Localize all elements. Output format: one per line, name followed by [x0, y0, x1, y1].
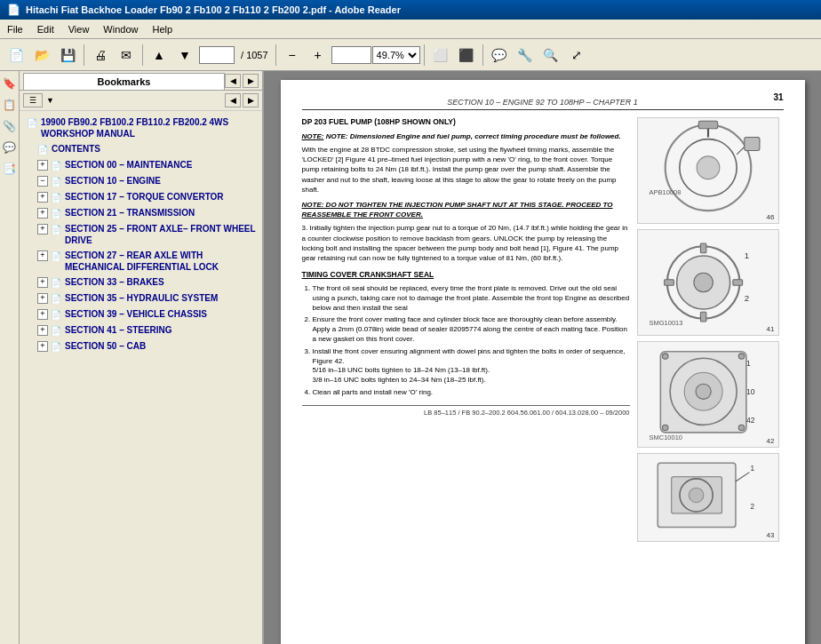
- panel-controls: ☰ ▼ ◀ ▶: [20, 91, 262, 111]
- expand-section35[interactable]: +: [37, 293, 48, 304]
- expand-section50[interactable]: +: [37, 341, 48, 352]
- zoom-in-button[interactable]: +: [306, 43, 331, 68]
- expand-section17[interactable]: +: [37, 192, 48, 203]
- pdf-figure-1: 1 APB10008 46: [637, 117, 779, 224]
- bookmark-section41[interactable]: + 📄 SECTION 41 – STEERING: [20, 322, 262, 338]
- menu-edit[interactable]: Edit: [30, 22, 61, 36]
- bookmark-section39[interactable]: + 📄 SECTION 39 – VEHICLE CHASSIS: [20, 306, 262, 322]
- page-input[interactable]: 108: [199, 46, 235, 64]
- tools-button[interactable]: 🔧: [513, 43, 538, 68]
- bookmark-section00-icon: 📄: [51, 160, 61, 171]
- prev-page-button[interactable]: ▲: [147, 43, 171, 68]
- bookmark-section21[interactable]: + 📄 SECTION 21 – TRANSMISSION: [20, 205, 262, 221]
- bookmark-section50[interactable]: + 📄 SECTION 50 – CAB: [20, 338, 262, 354]
- bookmark-section33-icon: 📄: [51, 277, 61, 289]
- fit-page-button[interactable]: ⬜: [428, 43, 453, 68]
- bookmarks-tab[interactable]: Bookmarks: [23, 73, 225, 90]
- svg-rect-15: [732, 280, 742, 285]
- pdf-figure-4: 1 2 43: [637, 453, 779, 542]
- bookmarks-tree[interactable]: 📄 19900 FB90.2 FB100.2 FB110.2 FB200.2 4…: [20, 111, 262, 644]
- svg-text:2: 2: [744, 293, 748, 303]
- search-button[interactable]: 🔍: [538, 43, 563, 68]
- expand-section25[interactable]: +: [37, 224, 48, 235]
- collapse-panel-button[interactable]: ◀: [225, 74, 241, 88]
- pdf-area[interactable]: SECTION 10 – ENGINE 92 TO 108HP – CHAPTE…: [264, 71, 821, 644]
- expand-section21[interactable]: +: [37, 208, 48, 219]
- fit-width-button[interactable]: ⬛: [454, 43, 479, 68]
- zoom-out-button[interactable]: −: [280, 43, 305, 68]
- zoom-dropdown[interactable]: 49.7%50%75%100%150%: [372, 46, 420, 64]
- bookmark-section39-icon: 📄: [51, 309, 61, 321]
- open-button[interactable]: 📂: [29, 43, 54, 68]
- next-page-button[interactable]: ▼: [172, 43, 197, 68]
- expand-section41[interactable]: +: [37, 325, 48, 336]
- bookmark-section27[interactable]: + 📄 SECTION 27 – REAR AXLE WITH MECHANIC…: [20, 248, 262, 274]
- panel-back-button[interactable]: ◀: [225, 93, 241, 107]
- timing-item-2: Ensure the front cover mating face and c…: [313, 315, 630, 344]
- bookmark-section21-icon: 📄: [51, 208, 61, 219]
- bookmark-section10-icon: 📄: [51, 176, 61, 187]
- bookmark-page-icon: 📄: [27, 117, 37, 129]
- bookmark-section33-text: SECTION 33 – BRAKES: [65, 276, 164, 288]
- page-total: / 1057: [237, 50, 272, 60]
- dp203-title: DP 203 FUEL PUMP (108HP SHOWN ONLY): [302, 117, 630, 128]
- side-icons: 🔖 📋 📎 💬 📑: [0, 71, 20, 644]
- bookmark-section25[interactable]: + 📄 SECTION 25 – FRONT AXLE– FRONT WHEEL…: [20, 221, 262, 248]
- menu-help[interactable]: Help: [145, 22, 179, 36]
- expand-section10[interactable]: −: [37, 176, 48, 187]
- bookmark-contents[interactable]: 📄 CONTENTS: [20, 141, 262, 157]
- pages-icon[interactable]: 📋: [1, 96, 19, 114]
- panel-forward-button[interactable]: ▶: [243, 93, 259, 107]
- menu-window[interactable]: Window: [96, 22, 145, 36]
- svg-text:SMC10010: SMC10010: [649, 433, 682, 441]
- bookmark-section25-text: SECTION 25 – FRONT AXLE– FRONT WHEEL DRI…: [65, 223, 259, 246]
- dp203-body: With the engine at 28 BTDC compression s…: [302, 145, 630, 195]
- toolbar: 📄 📂 💾 🖨 ✉ ▲ ▼ 108 / 1057 − + 49.7% 49.7%…: [0, 39, 821, 71]
- bookmark-section17[interactable]: + 📄 SECTION 17 – TORQUE CONVERTOR: [20, 189, 262, 205]
- bookmark-section33[interactable]: + 📄 SECTION 33 – BRAKES: [20, 274, 262, 290]
- pdf-figure-2: 1 2 SMG10013 41: [637, 229, 779, 336]
- svg-point-25: [662, 425, 667, 430]
- pdf-footer: LB 85–115 / FB 90.2–200.2 604.56.061.00 …: [302, 405, 630, 418]
- bookmark-contents-text: CONTENTS: [52, 143, 100, 155]
- pdf-page: SECTION 10 – ENGINE 92 TO 108HP – CHAPTE…: [281, 80, 805, 644]
- bookmark-section00-text: SECTION 00 – MAINTENANCE: [65, 159, 192, 171]
- bookmark-section00[interactable]: + 📄 SECTION 00 – MAINTENANCE: [20, 157, 262, 173]
- attachments-icon[interactable]: 📎: [1, 117, 19, 135]
- expand-section33[interactable]: +: [37, 277, 48, 288]
- new-button[interactable]: 📄: [4, 43, 28, 68]
- layers-icon[interactable]: 📑: [1, 160, 19, 178]
- bookmark-section10[interactable]: − 📄 SECTION 10 – ENGINE: [20, 173, 262, 189]
- bookmark-section50-text: SECTION 50 – CAB: [65, 340, 146, 352]
- fullscreen-button[interactable]: ⤢: [564, 43, 589, 68]
- timing-title: TIMING COVER CRANKSHAFT SEAL: [302, 270, 630, 281]
- expand-panel-button[interactable]: ▶: [243, 74, 259, 88]
- panel-tabs: Bookmarks ◀ ▶: [20, 71, 262, 91]
- print-button[interactable]: 🖨: [88, 43, 113, 68]
- expand-section39[interactable]: +: [37, 309, 48, 320]
- figure-4-svg: 1 2: [638, 454, 778, 541]
- timing-item-1: The front oil seal should be replaced, e…: [313, 284, 630, 313]
- bookmark-section27-icon: 📄: [51, 250, 61, 262]
- expand-section00[interactable]: +: [37, 160, 48, 171]
- bookmark-main-title[interactable]: 📄 19900 FB90.2 FB100.2 FB110.2 FB200.2 4…: [20, 115, 262, 141]
- svg-point-24: [738, 354, 744, 359]
- comment-button[interactable]: 💬: [487, 43, 512, 68]
- menu-file[interactable]: File: [0, 22, 30, 36]
- comments-icon[interactable]: 💬: [1, 139, 19, 156]
- panel-options-button[interactable]: ☰: [23, 93, 43, 107]
- zoom-input[interactable]: 49.7%: [331, 46, 371, 64]
- email-button[interactable]: ✉: [114, 43, 139, 68]
- svg-text:SMG10013: SMG10013: [649, 319, 682, 327]
- bookmark-section17-text: SECTION 17 – TORQUE CONVERTOR: [65, 191, 224, 203]
- bookmark-section35[interactable]: + 📄 SECTION 35 – HYDRAULIC SYSTEM: [20, 290, 262, 306]
- save-button[interactable]: 💾: [55, 43, 80, 68]
- expand-section27[interactable]: +: [37, 250, 48, 261]
- menu-view[interactable]: View: [61, 22, 97, 36]
- figure-3-svg: 1 10 42 SMC10010: [638, 342, 778, 447]
- bookmarks-icon[interactable]: 🔖: [1, 75, 19, 92]
- bookmark-section50-icon: 📄: [51, 341, 61, 353]
- bookmark-section35-icon: 📄: [51, 293, 61, 305]
- menu-bar: File Edit View Window Help: [0, 20, 821, 39]
- bookmark-section21-text: SECTION 21 – TRANSMISSION: [65, 207, 195, 219]
